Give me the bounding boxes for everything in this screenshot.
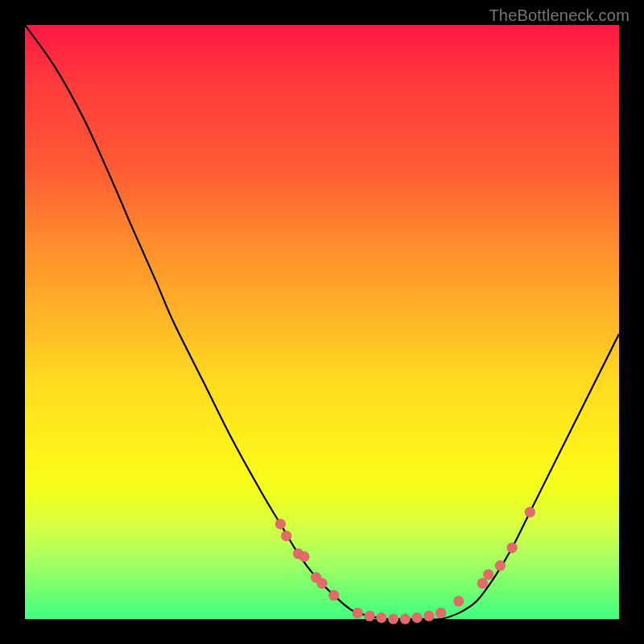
data-point bbox=[353, 608, 363, 618]
attribution-text: TheBottleneck.com bbox=[489, 6, 630, 25]
bottleneck-curve bbox=[25, 25, 619, 620]
data-point bbox=[525, 507, 535, 518]
data-point bbox=[281, 530, 291, 541]
data-point bbox=[275, 518, 286, 529]
data-point bbox=[436, 608, 446, 618]
data-point bbox=[507, 543, 518, 553]
data-point bbox=[376, 613, 386, 623]
data-point bbox=[412, 613, 423, 623]
data-point bbox=[317, 578, 328, 588]
data-point bbox=[453, 596, 464, 606]
data-point bbox=[328, 590, 339, 601]
data-point bbox=[299, 551, 309, 562]
data-point bbox=[477, 578, 488, 588]
data-point bbox=[400, 614, 411, 625]
data-point bbox=[495, 560, 506, 571]
data-point bbox=[483, 569, 493, 580]
data-point bbox=[423, 611, 434, 621]
data-point bbox=[365, 611, 375, 621]
curve-layer bbox=[25, 25, 619, 619]
chart-frame: TheBottleneck.com bbox=[0, 0, 644, 644]
data-points bbox=[275, 507, 535, 625]
data-point bbox=[388, 614, 398, 625]
plot-area bbox=[25, 25, 619, 619]
